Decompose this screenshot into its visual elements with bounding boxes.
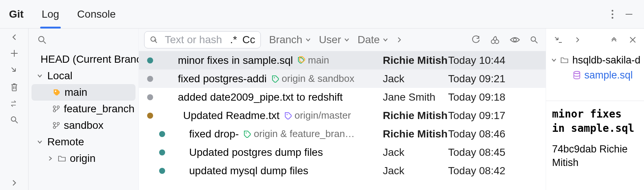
sidebar-group-remote[interactable]: Remote [29,134,138,150]
search-icon[interactable] [10,116,18,124]
filter-user-label: User [319,34,341,46]
commit-author: Jane Smith [383,91,448,103]
sidebar-branch-main[interactable]: main [32,84,135,101]
sidebar-local-label: Local [47,70,72,82]
sidebar-head-label: HEAD (Current Branch) [41,53,139,65]
commit-detail-meta: 74bc9dab Richie Mitish [546,136,644,170]
commit-row[interactable]: Updated Readme.txtorigin/masterRichie Mi… [139,106,546,125]
filter-branch-label: Branch [269,34,302,46]
commit-row[interactable]: updated mysql dump filesJackToday 08:42 [139,161,546,180]
svg-point-12 [57,106,59,108]
sidebar-group-local[interactable]: Local [29,68,138,84]
commit-ref-tag[interactable]: origin & sandbox [271,73,355,84]
svg-point-10 [55,90,56,92]
sidebar-search-icon[interactable] [38,35,47,44]
incoming-icon[interactable] [10,66,18,74]
graph-dot [147,57,153,63]
folder-icon [560,57,569,63]
commit-message: Updated Readme.txt [183,110,280,122]
svg-point-14 [53,122,56,125]
commit-author: Richie Mitish [383,128,448,140]
more-filters-icon[interactable] [396,37,402,43]
svg-point-19 [491,40,495,44]
case-toggle[interactable]: Cc [242,34,255,46]
sidebar-remote-origin[interactable]: origin [29,150,138,167]
svg-point-17 [151,37,155,41]
commit-date: Today 10:44 [448,54,523,66]
commit-message: fixed postgres-addi [178,73,267,85]
chevron-down-icon [344,37,349,42]
expand-icon[interactable] [610,36,618,44]
plus-icon[interactable] [10,49,19,58]
commit-author: Richie Mitish [383,54,448,66]
filter-user[interactable]: User [319,34,349,46]
svg-line-9 [44,41,46,44]
commit-row[interactable]: fixed drop-origin & feature_bran…Richie … [139,125,546,143]
commit-date: Today 08:42 [448,165,523,177]
commit-ref-tag[interactable]: main [298,54,329,66]
svg-line-7 [15,121,18,123]
trash-icon[interactable] [10,83,18,92]
tab-git[interactable]: Git [8,0,25,28]
back-icon[interactable] [11,34,18,41]
commit-row[interactable]: Updated postgres dump filesJackToday 08:… [139,143,546,161]
svg-point-25 [274,77,275,78]
log-panel: .* Cc Branch User Date [139,29,546,190]
minimize-icon[interactable] [624,10,633,19]
svg-point-2 [612,17,614,19]
commit-message: fixed drop- [189,128,239,140]
close-icon[interactable] [629,36,636,44]
more-icon[interactable] [611,9,614,19]
regex-toggle[interactable]: .* [230,34,237,46]
chevron-down-icon [36,73,44,79]
collapse-icon[interactable] [554,36,563,44]
chevron-down-icon [36,139,44,145]
tree-folder-row[interactable]: hsqldb-sakila-d [551,53,644,68]
svg-point-20 [495,40,499,44]
filter-date[interactable]: Date [358,34,388,46]
log-search-input[interactable] [165,34,225,46]
commit-ref-tag[interactable]: origin & feature_bran… [243,128,355,140]
commit-row[interactable]: added date2009_pipe.txt to redshiftJane … [139,88,546,106]
svg-line-18 [155,41,157,43]
tab-console[interactable]: Console [76,0,117,28]
tab-log[interactable]: Log [40,0,61,28]
svg-point-1 [612,13,614,15]
search-icon[interactable] [530,36,538,44]
svg-point-0 [612,10,614,12]
commit-row[interactable]: minor fixes in sample.sqlmainRichie Miti… [139,51,546,69]
tree-file-row[interactable]: sample.sql [551,68,644,83]
commit-row[interactable]: fixed postgres-addiorigin & sandboxJackT… [139,69,546,88]
commit-author: Jack [383,73,448,85]
branch-sandbox-label: sandbox [64,119,104,131]
eye-icon[interactable] [510,36,520,44]
svg-point-11 [53,106,56,108]
commit-date: Today 09:18 [448,91,523,103]
sidebar-head[interactable]: HEAD (Current Branch) [29,51,138,68]
svg-point-6 [11,117,16,121]
cherry-pick-icon[interactable] [490,35,500,44]
commit-message: added date2009_pipe.txt to redshift [178,91,343,103]
commit-ref-tag[interactable]: origin/master [284,110,351,121]
swap-icon[interactable] [10,100,19,107]
forward-icon[interactable] [11,179,18,190]
graph-dot [147,76,153,82]
svg-point-21 [513,38,516,41]
svg-point-16 [53,126,56,128]
chevron-down-icon [383,37,388,42]
svg-point-22 [531,37,536,41]
graph-dot [159,149,165,155]
svg-point-24 [300,57,301,59]
refresh-icon[interactable] [471,35,480,44]
log-search-box[interactable]: .* Cc [144,31,261,48]
sidebar-branch-sandbox[interactable]: sandbox [29,117,138,134]
svg-point-28 [574,71,580,74]
filter-branch[interactable]: Branch [269,34,311,46]
search-dropdown-icon[interactable] [150,36,159,44]
forward-icon[interactable] [575,37,581,43]
svg-line-23 [535,41,537,43]
details-pane: hsqldb-sakila-d sample.sql minor fixes i… [546,29,644,190]
commit-date: Today 08:45 [448,146,523,158]
sidebar-branch-feature[interactable]: feature_branch [29,101,138,117]
commit-date: Today 08:46 [448,128,523,140]
